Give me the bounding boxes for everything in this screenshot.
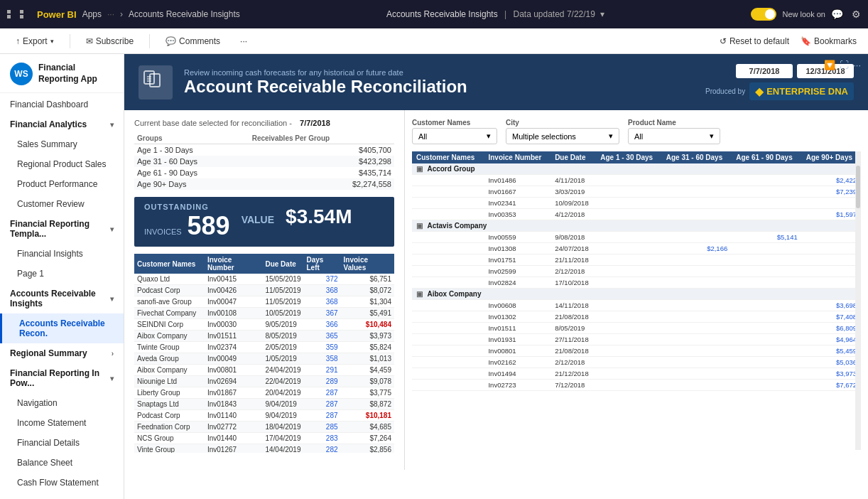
reset-button[interactable]: ↺ Reset to default [720,36,789,46]
sidebar-item-financial-details[interactable]: Financial Details [0,433,124,453]
sidebar-item-cash-flow-statement[interactable]: Cash Flow Statement [0,473,124,493]
detail-col-inv: Invoice Number [205,254,262,274]
new-look-toggle[interactable] [751,8,776,21]
filter-product-label: Product Name [628,119,720,127]
sidebar-item-income-statement[interactable]: Income Statement [0,413,124,433]
breadcrumb-sep1: ··· [107,9,114,19]
table-row[interactable]: ▣ Actavis Company [412,220,861,232]
subscribe-button[interactable]: ✉ Subscribe [82,33,138,49]
sidebar-app-title: Financial Reporting App [38,63,114,85]
list-item: Inv00353 4/12/2018 $1,597 [412,209,861,220]
scrollbar[interactable] [855,151,861,450]
report-header-text: Review incoming cash forecasts for any h… [184,68,694,97]
more-button[interactable]: ··· [236,33,251,49]
sidebar: WS Financial Reporting App Financial Das… [0,54,124,499]
chat-icon[interactable]: 💬 [831,9,843,20]
right-table: Customer Names Invoice Number Due Date A… [412,151,861,393]
list-item: Inv01667 3/03/2019 $7,239 [412,186,861,198]
sidebar-item-financial-dashboard[interactable]: Financial Dashboard [0,95,124,114]
right-panel: Customer Names All ▾ City Multiple selec… [405,110,868,470]
content-area: Review incoming cash forecasts for any h… [124,54,868,499]
filter-product-select[interactable]: All ▾ [628,128,720,144]
sidebar-item-financial-reporting-templates[interactable]: Financial Reporting Templa... ▾ [0,214,124,244]
outstanding-block: OUTSTANDING INVOICES 589 VALUE $3.54M [134,197,394,247]
list-item: sanofi-ave Group Inv00047 11/05/2019 368… [134,296,394,308]
report-title: Account Receivable Reconciliation [184,77,694,97]
filter-icon[interactable]: 🔽 [824,60,835,70]
sidebar-item-label: Income Statement [17,418,86,428]
detail-table: Customer Names Invoice Number Due Date D… [134,254,394,453]
list-item: Aibox Company Inv01511 8/05/2019 365 $3,… [134,331,394,342]
list-item: Liberty Group Inv01867 20/04/2019 287 $3… [134,387,394,399]
sidebar-item-page-1[interactable]: Page 1 [0,264,124,284]
sidebar-item-label: Accounts Receivable Insights [10,289,110,308]
filter-row: Customer Names All ▾ City Multiple selec… [412,119,861,144]
report-icon [139,65,173,100]
sidebar-item-accounts-receivable-recon[interactable]: Accounts Receivable Recon. [0,313,124,343]
list-item: Inv01486 4/11/2018 $2,422 [412,175,861,186]
date-start-input[interactable] [736,64,793,78]
filter-customer-select[interactable]: All ▾ [412,128,497,144]
invoices-label: INVOICES [144,227,182,236]
list-item: NCS Group Inv01440 17/04/2019 283 $7,264 [134,433,394,444]
export-chevron: ▾ [50,38,54,45]
apps-link[interactable]: Apps [82,9,102,19]
expand-icon[interactable]: ⛶ [840,60,849,70]
table-row[interactable]: ▣ Accord Group [412,163,861,175]
breadcrumb-nav[interactable]: Accounts Receivable Insights [129,9,240,19]
export-button[interactable]: ↑ Export ▾ [11,33,58,49]
sidebar-item-label: Regional Product Sales [17,159,106,169]
rt-col-a3: Age 61 - 90 Days [732,151,801,163]
chevron-down-icon: ▾ [110,375,114,382]
list-item: Inv01494 21/12/2018 $3,973 [412,368,861,380]
more-options-icon[interactable]: ··· [853,60,861,70]
sidebar-item-financial-analytics[interactable]: Financial Analytics ▾ [0,114,124,134]
list-item: Inv01302 21/08/2018 $7,408 [412,311,861,323]
sidebar-item-aged-trial-balance[interactable]: Aged Trial Balance [0,493,124,499]
sidebar-item-accounts-receivable-insights[interactable]: Accounts Receivable Insights ▾ [0,284,124,313]
sidebar-item-label: Accounts Receivable Recon. [19,318,114,338]
comments-button[interactable]: 💬 Comments [161,33,224,49]
list-item: Inv02599 2/12/2018 [412,266,861,277]
sidebar-item-navigation[interactable]: Navigation [0,393,124,413]
list-item: Twinte Group Inv02374 2/05/2019 359 $5,8… [134,342,394,353]
list-item: Inv00608 14/11/2018 $3,698 [412,300,861,311]
export-icon: ↑ [16,36,20,46]
rt-col-a1: Age 1 - 30 Days [596,151,662,163]
sidebar-item-customer-review[interactable]: Customer Review [0,194,124,214]
summary-table: Groups Receivables Per Group Age 1 - 30 … [134,133,394,190]
filter-city-select[interactable]: Multiple selections ▾ [506,128,619,144]
app-grid-icon[interactable] [7,10,31,18]
top-bar-center-title: Accounts Receivable Insights | Data upda… [246,9,746,19]
table-row: Age 90+ Days$2,274,558 [134,178,394,190]
sidebar-item-label: Financial Dashboard [10,100,88,109]
sidebar-item-label: Customer Review [17,199,85,209]
rt-col-name: Customer Names [412,151,484,163]
sidebar-item-label: Sales Summary [17,139,77,149]
expand-icon: ▣ [416,222,423,230]
detail-col-due: Due Date [262,254,303,274]
settings-icon[interactable]: ⚙ [852,9,861,20]
detail-col-val: Invoice Values [341,254,394,274]
list-item: Inv01308 24/07/2018 $2,166 [412,243,861,254]
value-label: VALUE [242,214,274,225]
sidebar-item-label: Financial Insights [17,249,83,259]
table-row[interactable]: ▣ Aibox Company [412,289,861,300]
expand-icon: ▣ [416,290,423,298]
list-item: Podcast Corp Inv01140 9/04/2019 287 $10,… [134,410,394,422]
sidebar-item-regional-summary[interactable]: Regional Summary › [0,343,124,363]
sidebar-divider-top [0,92,124,93]
list-item: Inv02824 17/10/2018 [412,277,861,289]
sidebar-item-label: Product Performance [17,179,97,189]
sidebar-item-financial-insights[interactable]: Financial Insights [0,244,124,264]
sidebar-item-sales-summary[interactable]: Sales Summary [0,134,124,154]
list-item: Vinte Group Inv01267 14/04/2019 282 $2,8… [134,444,394,454]
bookmarks-button[interactable]: 🔖 Bookmarks [801,36,857,46]
sidebar-item-product-performance[interactable]: Product Performance [0,174,124,194]
new-look-label: New look on [782,10,825,18]
sidebar-item-financial-reporting-in-pow[interactable]: Financial Reporting In Pow... ▾ [0,363,124,393]
sidebar-item-balance-sheet[interactable]: Balance Sheet [0,453,124,473]
sidebar-item-regional-product-sales[interactable]: Regional Product Sales [0,154,124,174]
report-frame: Review incoming cash forecasts for any h… [124,54,868,499]
sidebar-item-label: Financial Analytics [10,119,87,129]
